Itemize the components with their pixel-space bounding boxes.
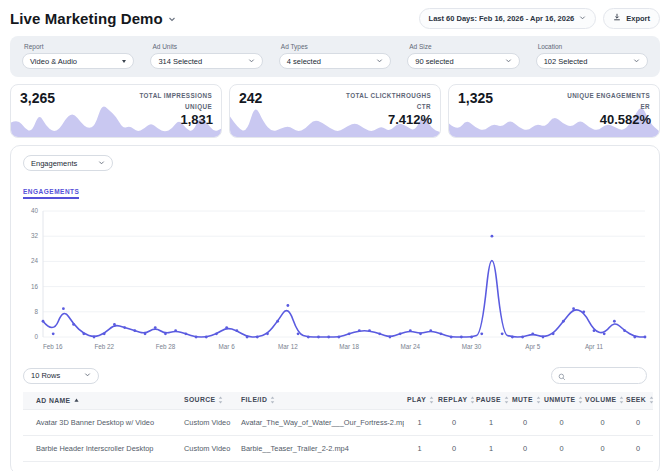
column-label: VOLUME bbox=[585, 396, 616, 403]
search-icon bbox=[558, 367, 566, 385]
column-header-seek[interactable]: SEEK bbox=[623, 392, 653, 409]
metric-cell: 1 bbox=[473, 435, 509, 461]
column-label: FILE/ID bbox=[241, 396, 267, 403]
column-label: MUTE bbox=[512, 396, 533, 403]
filter-label: Report bbox=[24, 43, 134, 50]
er-value: 40.582% bbox=[600, 112, 651, 127]
impressions-total: 3,265 bbox=[20, 90, 55, 106]
column-label: SOURCE bbox=[184, 396, 215, 403]
sort-ascending-icon[interactable] bbox=[74, 398, 79, 403]
select-value: 314 Selected bbox=[158, 57, 202, 66]
table-search[interactable] bbox=[551, 367, 647, 384]
stat-card-engagements: 1,325 UNIQUE ENGAGEMENTS ER 40.582% bbox=[448, 84, 660, 138]
ad-name-cell: Barbie Header Interscroller Desktop bbox=[23, 435, 181, 461]
filter-bar: Report Video & Audio Ad Units 314 Select… bbox=[10, 36, 660, 77]
column-header-unmute[interactable]: UNMUTE bbox=[541, 392, 582, 409]
metric-cell: 1 bbox=[404, 409, 435, 435]
svg-text:Mar 6: Mar 6 bbox=[219, 343, 236, 350]
table-row: Avatar 3D Banner Desktop w/ VideoCustom … bbox=[23, 409, 653, 435]
filter-ad-types: Ad Types 4 selected bbox=[279, 41, 391, 69]
dashboard-page: Live Marketing Demo Last 60 Days: Feb 16… bbox=[0, 0, 670, 471]
metric-cell: 0 bbox=[541, 409, 582, 435]
column-header-source[interactable]: SOURCE bbox=[181, 392, 238, 409]
sort-icon[interactable] bbox=[218, 396, 223, 404]
column-header-pause[interactable]: PAUSE bbox=[473, 392, 509, 409]
column-label: AD NAME bbox=[36, 397, 71, 404]
filter-label: Ad Size bbox=[409, 43, 519, 50]
sort-icon[interactable] bbox=[504, 396, 509, 404]
svg-text:Feb 22: Feb 22 bbox=[94, 343, 114, 350]
sort-icon[interactable] bbox=[649, 396, 654, 404]
metric-cell: 0 bbox=[404, 461, 435, 471]
sort-icon[interactable] bbox=[470, 396, 475, 404]
impressions-label: TOTAL IMPRESSIONS bbox=[139, 92, 212, 99]
select-value: 102 Selected bbox=[544, 57, 588, 66]
search-input[interactable] bbox=[570, 372, 640, 379]
line-chart-svg: 0816243240Feb 16Feb 22Feb 28Mar 6Mar 12M… bbox=[23, 203, 649, 363]
location-select[interactable]: 102 Selected bbox=[536, 53, 648, 69]
source-cell: Custom Video bbox=[181, 435, 238, 461]
chevron-down-icon bbox=[633, 57, 640, 66]
metric-cell: 2 bbox=[509, 461, 541, 471]
ad-metrics-table: AD NAMESOURCEFILE/IDPLAYREPLAYPAUSEMUTEU… bbox=[23, 392, 653, 471]
select-value: Video & Audio bbox=[30, 57, 77, 66]
chevron-down-icon bbox=[98, 159, 105, 168]
svg-text:Mar 24: Mar 24 bbox=[401, 343, 421, 350]
source-cell: Custom Video bbox=[181, 409, 238, 435]
svg-text:0: 0 bbox=[34, 333, 38, 340]
column-header-file-id[interactable]: FILE/ID bbox=[238, 392, 404, 409]
ctr-value: 7.412% bbox=[388, 112, 432, 127]
svg-text:Feb 16: Feb 16 bbox=[43, 343, 63, 350]
ad-size-select[interactable]: 90 selected bbox=[407, 53, 519, 69]
metric-cell: 0 bbox=[623, 461, 653, 471]
date-range-label: Last 60 Days: Feb 16, 2026 - Apr 16, 202… bbox=[429, 14, 575, 23]
metric-cell: 0 bbox=[623, 435, 653, 461]
sort-icon[interactable] bbox=[536, 396, 541, 404]
column-header-mute[interactable]: MUTE bbox=[509, 392, 541, 409]
svg-text:Mar 30: Mar 30 bbox=[462, 343, 482, 350]
tab-engagements[interactable]: ENGAGEMENTS bbox=[23, 188, 79, 199]
caret-down-icon bbox=[122, 60, 126, 63]
sort-icon[interactable] bbox=[429, 396, 434, 404]
svg-text:16: 16 bbox=[31, 283, 39, 290]
title-dropdown-button[interactable] bbox=[168, 9, 176, 27]
column-header-replay[interactable]: REPLAY bbox=[435, 392, 473, 409]
filter-location: Location 102 Selected bbox=[536, 41, 648, 69]
stat-cards-row: 3,265 TOTAL IMPRESSIONS UNIQUE 1,831 242… bbox=[10, 84, 660, 138]
column-label: UNMUTE bbox=[544, 396, 575, 403]
chart-table-card: Engagements ENGAGEMENTS 0816243240Feb 16… bbox=[10, 145, 660, 471]
chevron-down-icon bbox=[248, 57, 255, 66]
column-header-ad-name[interactable]: AD NAME bbox=[23, 392, 181, 409]
date-range-button[interactable]: Last 60 Days: Feb 16, 2026 - Apr 16, 202… bbox=[419, 8, 597, 29]
rows-per-page-select[interactable]: 10 Rows bbox=[23, 368, 99, 384]
source-cell: Custom Video bbox=[181, 461, 238, 471]
ad-units-select[interactable]: 314 Selected bbox=[150, 53, 262, 69]
metric-cell: 0 bbox=[509, 409, 541, 435]
svg-text:Feb 28: Feb 28 bbox=[156, 343, 176, 350]
sort-icon[interactable] bbox=[619, 396, 624, 404]
metric-cell: 0 bbox=[582, 461, 623, 471]
metric-cell: 0 bbox=[435, 461, 473, 471]
sort-icon[interactable] bbox=[578, 396, 583, 404]
table-row: Barbie Header Interscroller DesktopCusto… bbox=[23, 435, 653, 461]
filter-ad-size: Ad Size 90 selected bbox=[407, 41, 519, 69]
ad-name-cell: Cube Still Corners bbox=[23, 461, 181, 471]
ctr-label: CTR bbox=[417, 103, 431, 110]
ad-types-select[interactable]: 4 selected bbox=[279, 53, 391, 69]
column-label: PAUSE bbox=[476, 396, 501, 403]
file-id-cell: Barbie__Teaser_Trailer_2-2.mp4 bbox=[238, 435, 404, 461]
column-header-play[interactable]: PLAY bbox=[404, 392, 435, 409]
export-button[interactable]: Export bbox=[603, 8, 660, 29]
download-icon bbox=[613, 13, 621, 23]
metric-cell: 0 bbox=[623, 409, 653, 435]
metric-cell: 1 bbox=[404, 435, 435, 461]
svg-text:Apr 11: Apr 11 bbox=[585, 343, 604, 351]
svg-text:Mar 18: Mar 18 bbox=[339, 343, 359, 350]
metric-select[interactable]: Engagements bbox=[23, 155, 113, 171]
sort-icon[interactable] bbox=[270, 396, 275, 404]
report-select[interactable]: Video & Audio bbox=[22, 53, 134, 69]
metric-cell: 0 bbox=[582, 435, 623, 461]
column-header-volume[interactable]: VOLUME bbox=[582, 392, 623, 409]
er-label: ER bbox=[640, 103, 650, 110]
metric-cell: 1 bbox=[473, 409, 509, 435]
